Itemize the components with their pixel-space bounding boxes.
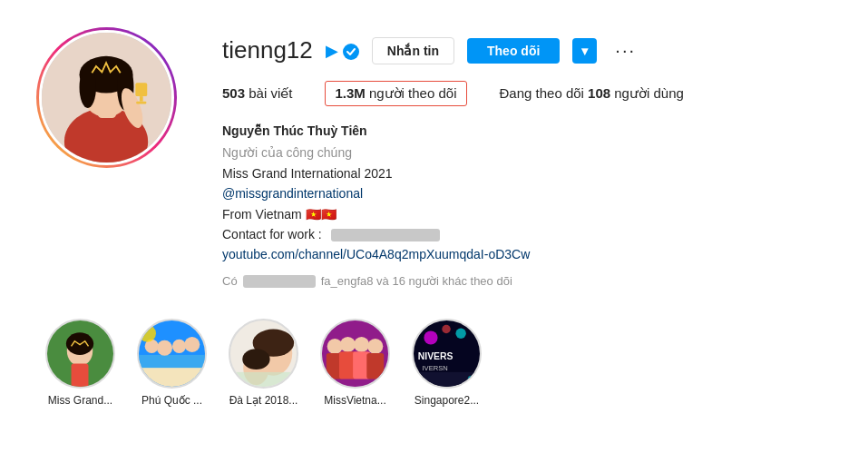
svg-point-22 <box>172 339 186 352</box>
story-item-1[interactable]: Phú Quốc ... <box>137 319 207 407</box>
followers-stat[interactable]: 1.3M người theo dõi <box>325 81 466 106</box>
svg-text:NIVERS: NIVERS <box>418 350 454 360</box>
following-label: người dùng <box>614 85 684 101</box>
story-label-2: Đà Lạt 2018... <box>229 394 298 407</box>
following-prefix: Đang theo dõi <box>500 85 584 101</box>
following-count: 108 <box>588 85 610 101</box>
story-circle-2 <box>229 319 298 389</box>
story-label-4: Singapore2... <box>414 394 479 407</box>
svg-rect-47 <box>414 371 480 386</box>
svg-point-42 <box>424 330 437 344</box>
svg-point-48 <box>420 378 425 383</box>
profile-page: tienng12 ▶ Nhắn tin Theo dõi ▾ ··· <box>0 0 868 425</box>
more-button[interactable]: ··· <box>610 36 641 64</box>
svg-point-49 <box>468 375 475 382</box>
profile-info: tienng12 ▶ Nhắn tin Theo dõi ▾ ··· <box>222 27 832 291</box>
bio-line1: Miss Grand International 2021 <box>222 163 832 183</box>
svg-point-16 <box>66 332 93 355</box>
posts-count: 503 <box>222 85 245 101</box>
story-label-0: Miss Grand... <box>48 394 112 407</box>
bio-line2-link[interactable]: @missgrandinternational <box>222 186 363 201</box>
mutual-avatar-blurred <box>243 275 316 288</box>
following-stat[interactable]: Đang theo dõi 108 người dùng <box>500 85 684 102</box>
svg-point-44 <box>442 324 450 332</box>
dropdown-button[interactable]: ▾ <box>572 38 597 64</box>
story-item-2[interactable]: Đà Lạt 2018... <box>229 319 298 407</box>
story-circle-3 <box>320 319 390 389</box>
svg-point-23 <box>184 337 200 352</box>
svg-point-29 <box>242 349 269 370</box>
profile-header: tienng12 ▶ Nhắn tin Theo dõi ▾ ··· <box>36 27 832 291</box>
message-button[interactable]: Nhắn tin <box>372 37 454 64</box>
stories-row: Miss Grand... Phú Quốc ... Đà Lạt 2018..… <box>36 319 832 407</box>
svg-rect-8 <box>135 83 147 96</box>
avatar-container[interactable] <box>36 27 177 168</box>
bio-section: Nguyễn Thúc Thuỳ Tiên Người của công chú… <box>222 121 832 291</box>
svg-point-43 <box>455 328 465 338</box>
username: tienng12 <box>222 36 313 64</box>
avatar <box>39 30 174 165</box>
followers-count: 1.3M <box>335 85 365 101</box>
svg-point-36 <box>367 338 383 353</box>
mutual-followers: Có fa_engfa8 và 16 người khác theo dõi <box>222 272 832 291</box>
ellipsis-icon: ··· <box>615 40 636 60</box>
svg-point-5 <box>80 66 96 108</box>
svg-rect-30 <box>230 371 297 386</box>
followers-label: người theo dõi <box>369 85 457 101</box>
bio-line3: From Vietnam 🇻🇳🇻🇳 <box>222 204 832 224</box>
story-item-4[interactable]: NIVERS IVERSN Singapore2... <box>412 319 482 407</box>
stats-row: 503 bài viết 1.3M người theo dõi Đang th… <box>222 81 832 106</box>
story-circle-1 <box>137 319 207 389</box>
svg-rect-40 <box>366 353 384 379</box>
svg-point-21 <box>157 340 172 355</box>
posts-label: bài viết <box>249 85 292 101</box>
story-item-3[interactable]: MissVietna... <box>320 319 390 407</box>
svg-point-11 <box>343 44 359 60</box>
svg-point-35 <box>354 337 369 352</box>
svg-rect-10 <box>136 102 146 104</box>
bio-full-name: Nguyễn Thúc Thuỳ Tiên <box>222 121 832 141</box>
svg-rect-15 <box>72 363 89 387</box>
posts-stat[interactable]: 503 bài viết <box>222 85 292 102</box>
svg-point-34 <box>340 337 356 352</box>
story-label-3: MissVietna... <box>324 394 385 407</box>
svg-point-24 <box>139 324 156 341</box>
svg-rect-9 <box>140 96 143 102</box>
story-circle-4: NIVERS IVERSN <box>412 319 482 389</box>
chevron-down-icon: ▾ <box>581 44 588 58</box>
svg-rect-19 <box>139 354 205 367</box>
youtube-link[interactable]: youtube.com/channel/UCo4A8q2mpXuumqdaI-o… <box>222 247 530 261</box>
follow-button[interactable]: Theo dõi <box>467 38 560 64</box>
story-item-0[interactable]: Miss Grand... <box>45 319 115 407</box>
username-row: tienng12 ▶ Nhắn tin Theo dõi ▾ ··· <box>222 36 832 64</box>
bio-category: Người của công chúng <box>222 143 832 163</box>
bio-contact: Contact for work : <box>222 224 832 244</box>
contact-blurred <box>331 229 440 241</box>
svg-text:IVERSN: IVERSN <box>422 364 447 372</box>
mutual-prefix: Có <box>222 272 238 291</box>
mutual-text: fa_engfa8 và 16 người khác theo dõi <box>321 272 512 291</box>
story-label-1: Phú Quốc ... <box>141 394 202 407</box>
story-circle-0 <box>45 319 115 389</box>
verified-icon: ▶ <box>326 41 359 61</box>
